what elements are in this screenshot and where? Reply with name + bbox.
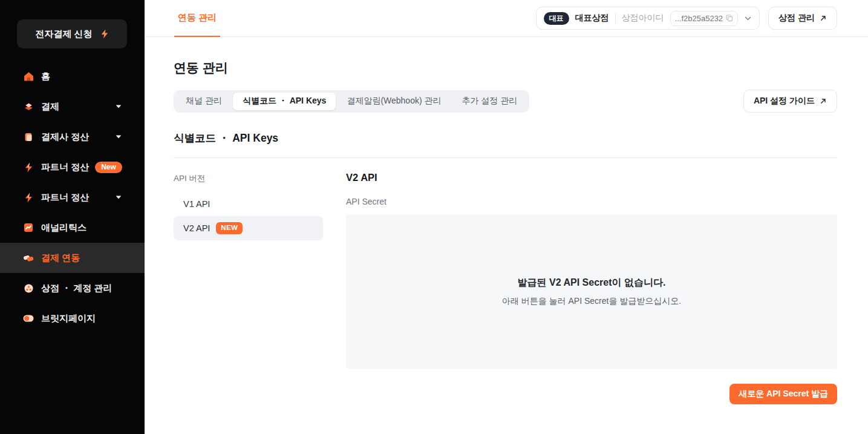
page-title: 연동 관리 — [174, 59, 837, 76]
store-name: 대표상점 — [575, 13, 609, 24]
api-secret-empty-state: 발급된 V2 API Secret이 없습니다. 아래 버튼을 눌러 API S… — [346, 214, 837, 369]
store-type-badge: 대표 — [544, 12, 569, 25]
sidebar-item-label: 상점 ・ 계정 관리 — [41, 283, 113, 294]
copy-icon[interactable] — [726, 15, 733, 22]
chevron-down-icon[interactable] — [744, 15, 752, 22]
api-version-list: V1 API V2 API NEW — [174, 192, 323, 240]
api-version-label: API 버전 — [174, 173, 323, 184]
tab-label: 추가 설정 관리 — [462, 96, 517, 107]
tab-label: 결제알림(Webhook) 관리 — [347, 96, 441, 107]
api-guide-label: API 설정 가이드 — [754, 96, 815, 107]
sidebar-item-partner-settlement-new[interactable]: 파트너 정산 New — [0, 152, 145, 182]
sidebar-item-partner-settlement[interactable]: 파트너 정산 — [0, 182, 145, 212]
header-right-group: 대표 대표상점 상점아이디 ...f2b25a5232 상점 관리 — [536, 7, 837, 30]
sidebar-item-bridge-page[interactable]: 브릿지페이지 — [0, 303, 145, 334]
api-version-item-label: V1 API — [183, 199, 210, 209]
tab-channel-management[interactable]: 채널 관리 — [176, 93, 232, 110]
sidebar-item-psp-settlement[interactable]: 결제사 정산 — [0, 122, 145, 152]
new-badge: New — [95, 162, 122, 173]
chevron-down-icon — [116, 196, 122, 199]
tabs-row: 채널 관리 식별코드 ・ API Keys 결제알림(Webhook) 관리 추… — [174, 90, 837, 113]
bolt-icon — [23, 162, 34, 173]
sidebar-item-label: 결제 — [41, 101, 59, 113]
empty-state-subtitle: 아래 버튼을 눌러 API Secret을 발급받으십시오. — [502, 296, 681, 307]
sidebar-item-payment-integration[interactable]: 결제 연동 — [0, 243, 145, 273]
store-selector[interactable]: 대표 대표상점 상점아이디 ...f2b25a5232 — [536, 7, 760, 30]
sidebar-item-label: 결제 연동 — [41, 252, 80, 264]
api-guide-button[interactable]: API 설정 가이드 — [743, 90, 837, 113]
api-keys-panel: API 버전 V1 API V2 API NEW V2 API API Secr… — [174, 173, 837, 404]
home-icon — [23, 71, 34, 82]
actions-row: 새로운 API Secret 발급 — [346, 384, 837, 404]
empty-state-title: 발급된 V2 API Secret이 없습니다. — [518, 277, 666, 289]
store-id-pill[interactable]: ...f2b25a5232 — [670, 11, 739, 26]
section-divider — [174, 157, 837, 158]
api-version-column: API 버전 V1 API V2 API NEW — [174, 173, 323, 404]
content: 연동 관리 채널 관리 식별코드 ・ API Keys 결제알림(Webhook… — [145, 37, 868, 404]
manage-store-label: 상점 관리 — [778, 13, 815, 24]
sidebar-item-home[interactable]: 홈 — [0, 61, 145, 91]
external-link-icon — [820, 97, 827, 105]
sidebar-item-payments[interactable]: 결제 — [0, 91, 145, 122]
top-header: 연동 관리 대표 대표상점 상점아이디 ...f2b25a5232 — [145, 0, 868, 37]
issue-api-secret-button[interactable]: 새로운 API Secret 발급 — [729, 384, 837, 404]
sidebar-item-label: 파트너 정산 — [41, 192, 89, 203]
tab-extra-settings[interactable]: 추가 설정 관리 — [452, 93, 527, 110]
sidebar: 전자결제 신청 홈 결제 결제사 정산 — [0, 0, 145, 434]
api-detail-column: V2 API API Secret 발급된 V2 API Secret이 없습니… — [346, 173, 837, 404]
pills-icon — [23, 252, 34, 263]
lightning-icon — [100, 29, 109, 39]
manage-store-button[interactable]: 상점 관리 — [768, 7, 837, 30]
tab-label: 식별코드 ・ API Keys — [243, 96, 326, 107]
sidebar-item-label: 브릿지페이지 — [41, 313, 96, 324]
top-tab-label: 연동 관리 — [178, 12, 217, 24]
card-icon — [23, 131, 34, 142]
tab-label: 채널 관리 — [186, 96, 222, 107]
tab-api-keys[interactable]: 식별코드 ・ API Keys — [233, 93, 336, 110]
store-icon — [23, 283, 34, 294]
vertical-divider — [615, 13, 616, 24]
top-tab-integration[interactable]: 연동 관리 — [174, 0, 220, 37]
sidebar-item-label: 애널리틱스 — [41, 222, 86, 234]
api-version-item-v1[interactable]: V1 API — [174, 192, 323, 216]
main-area: 연동 관리 대표 대표상점 상점아이디 ...f2b25a5232 — [145, 0, 868, 434]
store-id-label: 상점아이디 — [622, 13, 664, 24]
sidebar-item-label: 파트너 정산 — [41, 162, 89, 173]
section-title: 식별코드 ・ API Keys — [174, 131, 837, 145]
api-version-item-label: V2 API — [183, 223, 210, 233]
tab-webhook-management[interactable]: 결제알림(Webhook) 관리 — [337, 93, 451, 110]
detail-title: V2 API — [346, 172, 837, 183]
layers-icon — [23, 101, 34, 112]
bolt-icon — [23, 192, 34, 203]
sidebar-nav: 홈 결제 결제사 정산 파트너 정산 New — [0, 61, 145, 334]
sidebar-item-label: 홈 — [41, 71, 50, 82]
sidebar-item-store-account[interactable]: 상점 ・ 계정 관리 — [0, 273, 145, 303]
chevron-down-icon — [116, 105, 122, 108]
tab-bar: 채널 관리 식별코드 ・ API Keys 결제알림(Webhook) 관리 추… — [174, 90, 529, 113]
new-badge: NEW — [216, 222, 243, 234]
toggle-icon — [23, 313, 34, 324]
external-link-icon — [820, 15, 827, 22]
sidebar-item-analytics[interactable]: 애널리틱스 — [0, 212, 145, 243]
api-version-item-v2[interactable]: V2 API NEW — [174, 216, 323, 240]
apply-epayment-button[interactable]: 전자결제 신청 — [17, 19, 127, 48]
analytics-icon — [23, 222, 34, 233]
chevron-down-icon — [116, 135, 122, 139]
apply-epayment-label: 전자결제 신청 — [35, 28, 92, 40]
store-id-value: ...f2b25a5232 — [675, 14, 723, 23]
api-secret-label: API Secret — [346, 197, 837, 206]
sidebar-item-label: 결제사 정산 — [41, 131, 89, 143]
